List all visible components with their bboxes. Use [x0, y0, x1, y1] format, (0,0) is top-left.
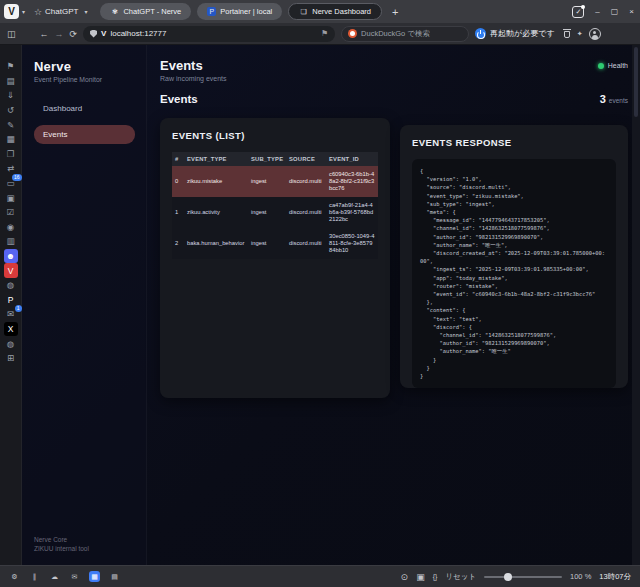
cell-event-id: 30ec0850-1049-4811-8cfe-3e857984bb10: [326, 228, 378, 259]
events-count-unit: events: [609, 97, 628, 104]
search-field[interactable]: DuckDuckGo で検索: [341, 26, 469, 42]
health-dot-icon: [598, 63, 604, 69]
zoom-slider-knob[interactable]: [504, 573, 512, 581]
cell-index: 0: [172, 166, 184, 197]
panel-badge: 1: [15, 305, 22, 312]
browser-toolbar: ◫ ← → ⟳ V localhost:12777 ⚑ DuckDuckGo で…: [0, 23, 640, 45]
reload-button[interactable]: ⟳: [70, 29, 78, 39]
mail-status-icon[interactable]: ✉: [69, 571, 80, 582]
footer-line2: ZIKUU internal tool: [34, 544, 135, 553]
address-field[interactable]: V localhost:12777 ⚑: [83, 26, 335, 42]
app-main: Events Raw incoming events Health Events…: [147, 45, 632, 565]
app-title: Nerve: [34, 59, 135, 74]
tabs-panel-icon[interactable]: ▭ 16: [4, 176, 18, 191]
reading-list-icon[interactable]: ▤: [4, 74, 18, 89]
tasks-icon[interactable]: ☑: [4, 205, 18, 220]
tab-bar: ✾ ChatGPT - Nerve P Portainer | local ❏ …: [100, 3, 382, 20]
sessions-icon[interactable]: ▦: [4, 132, 18, 147]
break-mode-icon[interactable]: ∥: [29, 571, 40, 582]
page-scrollbar[interactable]: [632, 45, 640, 565]
chatgpt-favicon: ✾: [110, 7, 119, 16]
cell-index: 2: [172, 228, 184, 259]
browser-window: V ▾ ☆ ChatGPT ▾ ✾ ChatGPT - Nerve P Port…: [0, 0, 640, 587]
zoom-level: 100 %: [570, 572, 591, 581]
profile-avatar[interactable]: [589, 28, 601, 40]
cell-source: discord.multi: [286, 197, 326, 228]
events-table: # EVENT_TYPE SUB_TYPE SOURCE EVENT_ID: [172, 152, 378, 259]
document-favicon: ❏: [299, 7, 308, 16]
app-sidebar: Nerve Event Pipeline Monitor Dashboard E…: [22, 45, 147, 565]
status-settings-gear-icon[interactable]: ⚙: [9, 571, 20, 582]
browser-tab[interactable]: ✾ ChatGPT - Nerve: [100, 3, 191, 20]
calendar-icon[interactable]: ▣: [4, 190, 18, 205]
close-button[interactable]: ×: [629, 7, 634, 16]
section-row: Events 3 events: [160, 93, 628, 105]
page-subtitle: Raw incoming events: [160, 75, 227, 82]
downloads-icon[interactable]: ⇓: [4, 88, 18, 103]
vivaldi-menu-caret-icon[interactable]: ▾: [22, 8, 25, 15]
zoom-reset-button[interactable]: リセット: [445, 572, 476, 582]
back-button[interactable]: ←: [40, 29, 49, 39]
browser-tab[interactable]: ❏ Nerve Dashboard: [288, 3, 382, 20]
frame-capture-icon[interactable]: ▣: [416, 572, 425, 582]
col-index: #: [172, 152, 184, 166]
minimize-button[interactable]: –: [595, 7, 599, 16]
browser-tab[interactable]: P Portainer | local: [197, 3, 282, 20]
vivaldi-menu-button[interactable]: V: [4, 4, 19, 19]
sidebar-nav-item[interactable]: Dashboard: [34, 99, 135, 118]
events-list-card: EVENTS (LIST) # EVENT_TYPE SUB_TYPE SOUR…: [160, 118, 390, 398]
feeds-icon[interactable]: ◉: [4, 220, 18, 235]
event-row[interactable]: 1 zikuu.activity ingest discord.multi ca…: [172, 197, 378, 228]
page-title: Events: [160, 58, 227, 73]
workspace-selector[interactable]: ☆ ChatGPT ▾: [34, 7, 90, 17]
bookmark-flag-icon[interactable]: ⚑: [321, 29, 328, 38]
images-toggle-icon[interactable]: ▦: [89, 571, 100, 582]
event-row[interactable]: 2 baka.human_behavior ingest discord.mul…: [172, 228, 378, 259]
panel-toggle-icon[interactable]: ◫: [7, 29, 16, 39]
cell-sub-type: ingest: [248, 197, 286, 228]
duckduckgo-icon: [348, 29, 357, 38]
web-panel-icon[interactable]: ◍: [4, 278, 18, 293]
red-app-panel-icon[interactable]: V: [4, 263, 18, 278]
new-tab-button[interactable]: +: [392, 6, 398, 18]
maximize-button[interactable]: ▢: [611, 7, 619, 16]
cell-sub-type: ingest: [248, 166, 286, 197]
workspace-star-icon: ☆: [34, 7, 42, 17]
notification-dot: [581, 5, 585, 9]
page-actions-icon[interactable]: {}: [433, 573, 438, 580]
history-icon[interactable]: ↺: [4, 103, 18, 118]
sidebar-nav-item[interactable]: Events: [34, 125, 135, 144]
restart-required-button[interactable]: 再起動が必要です: [475, 28, 555, 39]
events-response-json: { "version": "1.0", "source": "discord.m…: [412, 159, 616, 388]
zoom-slider[interactable]: [484, 576, 562, 578]
mail-panel-icon[interactable]: ✉ 1: [4, 307, 18, 322]
events-count: 3 events: [600, 93, 628, 105]
search-placeholder: DuckDuckGo で検索: [361, 29, 430, 39]
event-row[interactable]: 0 zikuu.mistake ingest discord.multi c60…: [172, 166, 378, 197]
events-count-number: 3: [600, 93, 606, 105]
capture-icon[interactable]: ⊙: [401, 572, 409, 582]
windows-icon[interactable]: ❐: [4, 147, 18, 162]
bookmarks-icon[interactable]: ⚑: [4, 59, 18, 74]
add-web-panel-icon[interactable]: ⊞: [4, 351, 18, 366]
sync-cloud-icon[interactable]: ☁: [49, 571, 60, 582]
reader-view-icon[interactable]: ▤: [109, 571, 120, 582]
tasks-check-icon[interactable]: ✓: [572, 6, 584, 18]
col-source: SOURCE: [286, 152, 326, 166]
vivaldi-site-icon: V: [101, 29, 106, 38]
discord-panel-icon[interactable]: ☻: [4, 249, 18, 264]
extensions-icon[interactable]: ✦: [577, 30, 583, 38]
trash-icon[interactable]: [563, 29, 571, 38]
tab-label: ChatGPT - Nerve: [123, 7, 181, 16]
contacts-icon[interactable]: ▥: [4, 234, 18, 249]
cell-event-type: zikuu.activity: [184, 197, 248, 228]
x-panel-icon[interactable]: X: [4, 322, 18, 337]
globe-panel-icon[interactable]: ◍: [4, 336, 18, 351]
sidebar-footer: Nerve Core ZIKUU internal tool: [34, 535, 135, 553]
power-icon: [475, 28, 486, 39]
scrollbar-thumb[interactable]: [634, 47, 638, 117]
statusbar-left-icons: ⚙ ∥ ☁ ✉ ▦ ▤: [9, 571, 120, 582]
forward-button[interactable]: →: [55, 29, 64, 39]
main-header: Events Raw incoming events Health: [160, 58, 628, 82]
notes-icon[interactable]: ✎: [4, 117, 18, 132]
